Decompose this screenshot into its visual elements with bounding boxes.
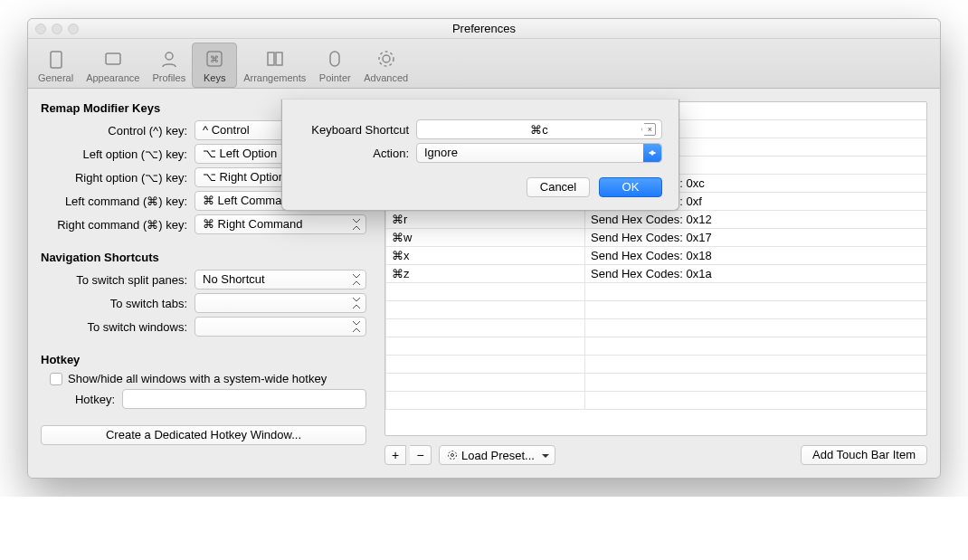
ok-button[interactable]: OK xyxy=(599,177,662,197)
hotkey-checkbox-label: Show/hide all windows with a system-wide… xyxy=(68,372,327,385)
titlebar: Preferences xyxy=(28,19,940,39)
mapping-key[interactable]: ⌘r xyxy=(385,211,584,229)
tab-keys[interactable]: ⌘ Keys xyxy=(192,43,237,88)
split-panes-label: To switch split panes: xyxy=(41,273,195,287)
action-select[interactable]: Ignore xyxy=(416,143,662,163)
add-mapping-button[interactable]: + xyxy=(384,445,406,465)
svg-rect-7 xyxy=(330,52,339,66)
tab-pointer[interactable]: Pointer xyxy=(312,43,357,88)
tab-arrangements[interactable]: Arrangements xyxy=(237,43,312,88)
general-icon xyxy=(46,49,66,69)
left-option-label: Left option (⌥) key: xyxy=(41,147,195,161)
right-option-label: Right option (⌥) key: xyxy=(41,171,195,185)
remove-mapping-button[interactable]: − xyxy=(410,445,432,465)
svg-rect-1 xyxy=(106,53,120,64)
pointer-icon xyxy=(325,49,345,69)
hotkey-checkbox[interactable] xyxy=(50,373,62,385)
clear-shortcut-icon[interactable]: × xyxy=(641,123,656,136)
gear-icon xyxy=(376,49,396,69)
dedicated-hotkey-button[interactable]: Create a Dedicated Hotkey Window... xyxy=(41,425,366,445)
mapping-key[interactable]: ⌘x xyxy=(385,247,584,265)
mapping-action[interactable] xyxy=(584,392,926,410)
mapping-action[interactable] xyxy=(584,337,926,356)
tab-appearance[interactable]: Appearance xyxy=(80,43,146,88)
control-key-label: Control (^) key: xyxy=(41,124,195,138)
nav-heading: Navigation Shortcuts xyxy=(41,251,366,264)
action-label: Action: xyxy=(299,147,416,160)
hotkey-field[interactable] xyxy=(122,389,366,409)
mapping-action[interactable]: Send Hex Codes: 0x12 xyxy=(584,211,926,229)
gear-icon xyxy=(447,450,458,460)
zoom-icon[interactable] xyxy=(68,24,79,34)
left-command-label: Left command (⌘) key: xyxy=(41,195,195,208)
hotkey-field-label: Hotkey: xyxy=(59,393,122,406)
toolbar: General Appearance Profiles ⌘ Keys Arran… xyxy=(28,39,940,89)
close-icon[interactable] xyxy=(35,24,46,34)
keys-icon: ⌘ xyxy=(204,49,224,69)
preferences-window: Preferences General Appearance Profiles … xyxy=(27,18,941,479)
windows-label: To switch windows: xyxy=(41,320,195,334)
svg-point-10 xyxy=(451,454,454,457)
window-title: Preferences xyxy=(452,22,516,35)
arrangements-icon xyxy=(265,49,285,69)
mapping-action[interactable] xyxy=(584,319,926,337)
svg-rect-0 xyxy=(51,52,62,68)
profiles-icon xyxy=(159,49,179,69)
mapping-action[interactable]: Send Hex Codes: 0x1a xyxy=(584,265,926,283)
right-command-label: Right command (⌘) key: xyxy=(41,218,195,232)
windows-select[interactable] xyxy=(195,317,366,337)
tab-profiles[interactable]: Profiles xyxy=(146,43,192,88)
tab-advanced[interactable]: Advanced xyxy=(357,43,414,88)
tab-general[interactable]: General xyxy=(32,43,80,88)
mapping-key[interactable] xyxy=(385,374,584,392)
minimize-icon[interactable] xyxy=(52,24,62,34)
mapping-key[interactable] xyxy=(385,356,584,374)
load-preset-button[interactable]: Load Preset... xyxy=(439,445,555,465)
svg-point-8 xyxy=(383,55,390,62)
mapping-key[interactable] xyxy=(385,301,584,319)
svg-text:⌘: ⌘ xyxy=(210,54,219,64)
mapping-key[interactable] xyxy=(385,319,584,337)
mapping-key[interactable] xyxy=(385,337,584,356)
shortcut-label: Keyboard Shortcut xyxy=(299,123,416,137)
mapping-key[interactable] xyxy=(385,392,584,410)
appearance-icon xyxy=(103,49,123,69)
mapping-action[interactable]: Send Hex Codes: 0x17 xyxy=(584,229,926,247)
mapping-action[interactable] xyxy=(584,356,926,374)
svg-point-2 xyxy=(166,52,173,60)
shortcut-input[interactable]: ⌘c × xyxy=(416,119,662,139)
right-command-select[interactable]: ⌘ Right Command xyxy=(195,214,366,234)
split-panes-select[interactable]: No Shortcut xyxy=(195,270,366,289)
window-controls[interactable] xyxy=(35,24,79,34)
mapping-action[interactable] xyxy=(584,374,926,392)
tabs-select[interactable] xyxy=(195,293,366,313)
shortcut-sheet: Keyboard Shortcut ⌘c × Action: Ignore Ca… xyxy=(281,100,679,211)
mapping-action[interactable]: Send Hex Codes: 0x18 xyxy=(584,247,926,265)
mapping-action[interactable] xyxy=(584,283,926,301)
mapping-key[interactable]: ⌘z xyxy=(385,265,584,283)
mapping-action[interactable] xyxy=(584,301,926,319)
hotkey-heading: Hotkey xyxy=(41,353,366,366)
mapping-key[interactable] xyxy=(385,283,584,301)
add-touchbar-button[interactable]: Add Touch Bar Item xyxy=(801,445,927,465)
svg-point-9 xyxy=(379,52,394,66)
tabs-label: To switch tabs: xyxy=(41,297,195,310)
svg-rect-5 xyxy=(268,52,274,65)
svg-rect-6 xyxy=(276,52,282,65)
svg-point-11 xyxy=(449,451,457,460)
cancel-button[interactable]: Cancel xyxy=(527,177,590,197)
mapping-key[interactable]: ⌘w xyxy=(385,229,584,247)
chevron-updown-icon xyxy=(643,144,661,162)
